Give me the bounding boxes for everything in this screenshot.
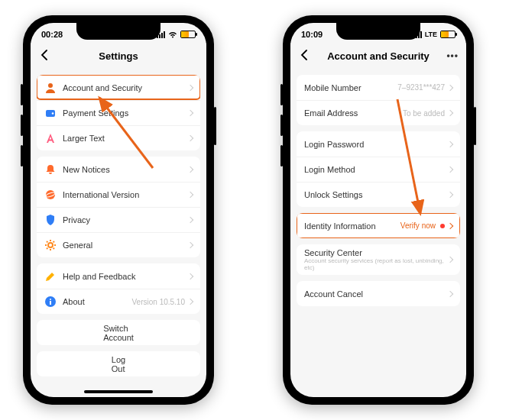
wifi-icon xyxy=(168,31,177,38)
shield-icon xyxy=(44,214,57,226)
svg-point-16 xyxy=(50,299,51,300)
page-title: Account and Security xyxy=(327,50,430,62)
svg-point-0 xyxy=(48,83,53,88)
row-label: New Notices xyxy=(63,165,188,174)
row-label: General xyxy=(63,241,188,250)
chevron-right-icon xyxy=(187,217,193,223)
row-label: Account Cancel xyxy=(304,289,448,299)
battery-icon xyxy=(440,31,456,38)
group: Account Cancel xyxy=(297,281,460,306)
back-button[interactable] xyxy=(298,49,310,61)
svg-point-2 xyxy=(52,112,54,115)
chevron-right-icon xyxy=(187,299,193,305)
row-privacy[interactable]: Privacy xyxy=(37,207,200,232)
chevron-right-icon xyxy=(187,242,193,248)
chevron-right-icon xyxy=(447,290,453,296)
row-account-cancel[interactable]: Account Cancel xyxy=(297,281,460,306)
row-value: Version 10.5.10 xyxy=(132,298,186,306)
row-new-notices[interactable]: New Notices xyxy=(37,157,200,182)
bell-icon xyxy=(44,163,57,176)
row-identity-information[interactable]: Identity Information Verify now xyxy=(297,213,460,238)
content-left: Account and Security Payment Settings xyxy=(31,75,206,383)
group: Identity Information Verify now xyxy=(297,213,460,238)
row-label: Unlock Settings xyxy=(304,190,448,199)
row-payment-settings[interactable]: Payment Settings xyxy=(37,100,200,125)
chevron-right-icon xyxy=(447,166,453,173)
wallet-icon xyxy=(44,107,57,119)
status-time: 00:28 xyxy=(41,30,63,39)
chevron-right-icon xyxy=(447,110,453,116)
row-account-security[interactable]: Account and Security xyxy=(37,75,200,100)
notch xyxy=(76,23,160,40)
battery-icon xyxy=(180,31,196,38)
row-security-center[interactable]: Security Center Account security service… xyxy=(297,244,460,275)
phone-frame-left: 00:28 Settings xyxy=(23,15,214,405)
group: Mobile Number 7–9231***427 Email Address… xyxy=(297,75,460,125)
phone-frame-right: 10:09 LTE Account and Security ••• Mobil… xyxy=(283,15,474,405)
row-label: Security Center xyxy=(304,248,448,257)
group: New Notices International Version xyxy=(37,157,200,257)
alert-dot-icon xyxy=(440,224,445,228)
chevron-right-icon xyxy=(187,110,193,116)
chevron-right-icon xyxy=(187,84,193,90)
lte-label: LTE xyxy=(425,31,437,38)
row-label: Login Method xyxy=(304,165,448,174)
row-login-password[interactable]: Login Password xyxy=(297,131,460,157)
row-login-method[interactable]: Login Method xyxy=(297,157,460,182)
chevron-right-icon xyxy=(187,192,193,198)
chevron-right-icon xyxy=(447,84,453,90)
more-button[interactable]: ••• xyxy=(446,50,459,61)
pencil-icon xyxy=(44,270,57,283)
gear-icon xyxy=(44,239,57,251)
row-label: Mobile Number xyxy=(304,83,397,92)
row-subtitle: Account security services (report as los… xyxy=(304,258,448,272)
svg-line-12 xyxy=(47,248,47,249)
page-title: Settings xyxy=(99,50,138,62)
back-button[interactable] xyxy=(38,49,50,61)
svg-point-5 xyxy=(48,243,53,247)
group: Login Password Login Method Unlock Setti… xyxy=(297,131,460,207)
screen-right: 10:09 LTE Account and Security ••• Mobil… xyxy=(290,23,466,397)
row-mobile-number[interactable]: Mobile Number 7–9231***427 xyxy=(297,75,460,100)
chevron-right-icon xyxy=(187,135,193,141)
notch xyxy=(336,23,420,40)
row-general[interactable]: General xyxy=(37,232,200,257)
row-label: Switch Account xyxy=(103,324,134,342)
row-label: International Version xyxy=(63,190,188,199)
chevron-right-icon xyxy=(187,273,193,279)
globe-icon xyxy=(44,189,57,201)
nav-bar: Settings xyxy=(31,43,206,69)
row-help-feedback[interactable]: Help and Feedback xyxy=(37,263,200,289)
home-indicator xyxy=(84,390,153,393)
chevron-right-icon xyxy=(447,222,453,228)
status-time: 10:09 xyxy=(301,30,323,39)
row-log-out[interactable]: Log Out xyxy=(37,351,200,376)
row-value: Verify now xyxy=(400,221,436,230)
row-label: Email Address xyxy=(304,108,403,118)
row-international[interactable]: International Version xyxy=(37,182,200,207)
user-icon xyxy=(44,82,57,94)
content-right: Mobile Number 7–9231***427 Email Address… xyxy=(290,75,466,312)
row-label: Account and Security xyxy=(63,83,188,92)
group: Switch Account xyxy=(37,320,200,345)
row-unlock-settings[interactable]: Unlock Settings xyxy=(297,182,460,207)
group: Log Out xyxy=(37,351,200,376)
row-about[interactable]: About Version 10.5.10 xyxy=(37,289,200,314)
row-label: Login Password xyxy=(304,140,448,149)
row-value: To be added xyxy=(403,109,445,118)
status-right xyxy=(157,31,196,38)
group: Help and Feedback About Version 10.5.10 xyxy=(37,263,200,314)
row-email-address[interactable]: Email Address To be added xyxy=(297,100,460,125)
svg-rect-15 xyxy=(50,301,51,305)
row-label: Payment Settings xyxy=(63,108,188,118)
chevron-right-icon xyxy=(447,141,453,147)
svg-line-11 xyxy=(53,248,54,249)
chevron-right-icon xyxy=(187,166,193,172)
group: Account and Security Payment Settings xyxy=(37,75,200,150)
row-label: Identity Information xyxy=(304,221,400,231)
svg-line-13 xyxy=(53,241,54,242)
row-larger-text[interactable]: Larger Text xyxy=(37,125,200,150)
row-switch-account[interactable]: Switch Account xyxy=(37,320,200,345)
svg-line-10 xyxy=(47,241,47,242)
screen-left: 00:28 Settings xyxy=(31,23,206,397)
